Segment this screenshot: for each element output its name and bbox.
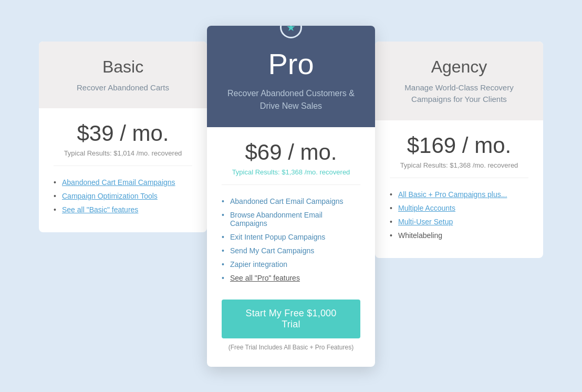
feature-pro-1: Abandoned Cart Email Campaigns [222,194,360,208]
features-list-basic: Abandoned Cart Email Campaigns Campaign … [54,176,192,216]
see-all-basic-link[interactable]: See all "Basic" features [62,205,138,214]
plan-name-pro: Pro [220,47,362,81]
see-all-pro-link[interactable]: See all "Pro" features [230,274,300,282]
feature-pro-3: Exit Intent Popup Campaigns [222,230,360,244]
cta-note-pro: (Free Trial Includes All Basic + Pro Fea… [222,344,360,351]
features-list-agency: All Basic + Pro Campaigns plus... Multip… [390,188,528,242]
price-section-agency: $169 / mo. Typical Results: $1,368 /mo. … [390,133,528,178]
plan-card-agency: Agency Manage World-Class Recovery Campa… [375,42,543,258]
feature-agency-1: All Basic + Pro Campaigns plus... [390,188,528,201]
feature-pro-6: See all "Pro" features [222,271,360,285]
typical-results-pro: Typical Results: $1,368 /mo. recovered [222,168,360,176]
feature-basic-2: Campaign Optimization Tools [54,189,192,203]
feature-agency-2: Multiple Accounts [390,201,528,215]
pricing-container: Basic Recover Abandoned Carts $39 / mo. … [13,26,569,367]
price-basic: $39 / mo. [54,121,192,146]
plan-body-pro: $69 / mo. Typical Results: $1,368 /mo. r… [207,127,375,367]
price-section-basic: $39 / mo. Typical Results: $1,014 /mo. r… [54,121,192,166]
features-list-pro: Abandoned Cart Email Campaigns Browse Ab… [222,194,360,285]
price-pro: $69 / mo. [222,140,360,165]
plan-body-basic: $39 / mo. Typical Results: $1,014 /mo. r… [39,108,207,232]
price-agency: $169 / mo. [390,133,528,158]
plan-subtitle-pro: Recover Abandoned Customers & Drive New … [220,87,362,112]
plan-card-pro: ★ Pro Recover Abandoned Customers & Driv… [207,26,375,367]
feature-pro-4: Send My Cart Campaigns [222,244,360,257]
feature-link-agency-1[interactable]: All Basic + Pro Campaigns plus... [398,190,507,199]
price-section-pro: $69 / mo. Typical Results: $1,368 /mo. r… [222,140,360,185]
plan-body-agency: $169 / mo. Typical Results: $1,368 /mo. … [375,120,543,258]
feature-link-agency-2[interactable]: Multiple Accounts [398,204,455,212]
feature-pro-5: Zapier integration [222,257,360,271]
cta-button-pro[interactable]: Start My Free $1,000 Trial [222,300,360,338]
plan-header-agency: Agency Manage World-Class Recovery Campa… [375,42,543,120]
feature-basic-1: Abandoned Cart Email Campaigns [54,176,192,189]
typical-results-agency: Typical Results: $1,368 /mo. recovered [390,161,528,169]
feature-agency-3: Multi-User Setup [390,215,528,229]
plan-subtitle-agency: Manage World-Class Recovery Campaigns fo… [388,82,531,106]
feature-link-basic-2[interactable]: Campaign Optimization Tools [62,192,158,200]
plan-header-pro: Pro Recover Abandoned Customers & Drive … [207,26,375,127]
feature-link-agency-3[interactable]: Multi-User Setup [398,218,453,226]
plan-name-basic: Basic [51,57,194,77]
cta-section-pro: Start My Free $1,000 Trial (Free Trial I… [222,300,360,351]
feature-agency-4: Whitelabeling [390,229,528,242]
feature-basic-3: See all "Basic" features [54,203,192,216]
plan-name-agency: Agency [388,57,531,77]
feature-pro-2: Browse Abandonment Email Campaigns [222,208,360,230]
plan-header-basic: Basic Recover Abandoned Carts [39,42,207,109]
typical-results-basic: Typical Results: $1,014 /mo. recovered [54,149,192,157]
plan-card-basic: Basic Recover Abandoned Carts $39 / mo. … [39,42,207,233]
plan-subtitle-basic: Recover Abandoned Carts [51,82,194,94]
feature-link-basic-1[interactable]: Abandoned Cart Email Campaigns [62,178,175,187]
